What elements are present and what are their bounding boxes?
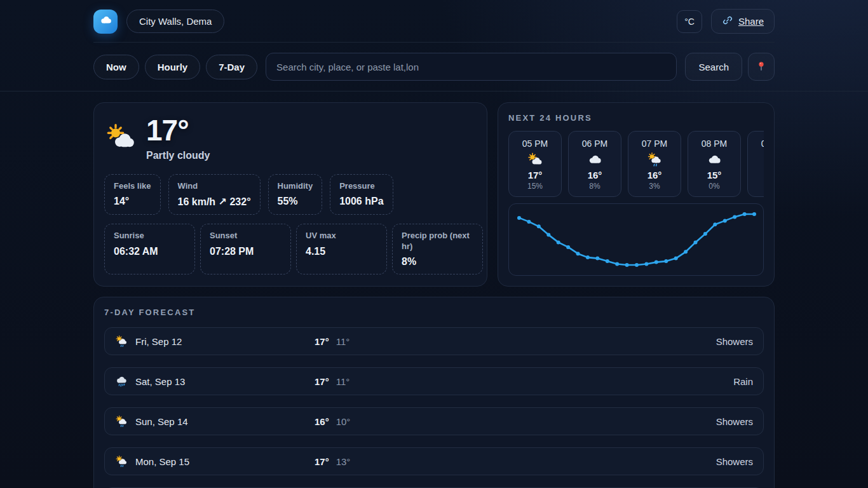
locate-pin-button[interactable] <box>748 53 775 81</box>
forecast-day-label: Sat, Sep 13 <box>135 376 315 387</box>
next-24-hours-title: NEXT 24 HOURS <box>508 113 764 123</box>
forecast-temps: 17° 11° <box>315 376 349 387</box>
stat-label: Sunset <box>210 231 281 241</box>
forecast-row[interactable]: Mon, Sep 15 17° 13° Showers <box>104 447 764 475</box>
stat-label: Sunrise <box>114 231 186 241</box>
top-grid: 17° Partly cloudy Feels like 14° Wind 16… <box>93 102 775 287</box>
hour-weather-icon <box>647 152 662 167</box>
day-weather-icon <box>115 455 128 468</box>
forecast-min-temp: 11° <box>336 336 350 347</box>
hour-card[interactable]: 07 PM 16° 3% <box>628 131 681 197</box>
forecast-day-label: Mon, Sep 15 <box>135 456 315 467</box>
forecast-row[interactable]: Fri, Sep 12 17° 11° Showers <box>104 327 764 355</box>
forecast-max-temp: 17° <box>315 336 329 347</box>
hour-temp: 16° <box>631 170 678 180</box>
main-content: 17° Partly cloudy Feels like 14° Wind 16… <box>0 102 868 488</box>
stat-value: 8% <box>402 256 473 268</box>
hour-temp: 15° <box>691 170 738 180</box>
day-weather-icon <box>115 335 128 348</box>
nav-tab[interactable]: Now <box>93 55 139 79</box>
forecast-min-temp: 10° <box>336 416 351 427</box>
forecast-day-label: Sun, Sep 14 <box>135 416 315 427</box>
hour-card[interactable]: 09 PM 15° 0% <box>747 131 764 197</box>
forecast-temps: 16° 10° <box>315 416 350 427</box>
forecast-row[interactable]: Sat, Sep 13 17° 11° Rain <box>104 367 764 395</box>
stat-value: 55% <box>278 196 313 207</box>
nav-tab[interactable]: Hourly <box>145 55 201 79</box>
forecast-condition: Showers <box>716 336 753 347</box>
stats-row-2: Sunrise 06:32 AM Sunset 07:28 PM UV max … <box>104 224 477 274</box>
stat-box: Humidity 55% <box>268 174 323 215</box>
stat-box: Wind 16 km/h ↗ 232° <box>168 174 261 215</box>
stat-value: 16 km/h ↗ 232° <box>178 196 251 208</box>
hour-temp: 17° <box>512 170 559 180</box>
forecast-max-temp: 17° <box>315 456 329 467</box>
forecast-condition: Showers <box>716 456 753 467</box>
forecast-max-temp: 16° <box>315 416 329 427</box>
hour-precip: 8% <box>571 182 618 191</box>
hour-temp: 16° <box>571 170 618 180</box>
stat-label: Precip prob (next hr) <box>402 231 473 252</box>
temp-sparkline <box>514 209 759 270</box>
cloud-icon <box>99 13 112 29</box>
search-button[interactable]: Search <box>685 53 742 81</box>
stat-box: Sunrise 06:32 AM <box>104 224 195 274</box>
seven-day-forecast-title: 7-DAY FORECAST <box>104 308 764 317</box>
forecast-day-label: Fri, Sep 12 <box>135 336 315 347</box>
hour-precip: 3% <box>631 182 678 191</box>
current-weather-card: 17° Partly cloudy Feels like 14° Wind 16… <box>93 102 487 287</box>
stat-value: 07:28 PM <box>210 246 281 257</box>
forecast-temps: 17° 13° <box>315 456 350 467</box>
header-top-row: City Walls, Dema °C Share <box>93 0 775 43</box>
stat-box: Feels like 14° <box>104 174 161 215</box>
stat-box: Sunset 07:28 PM <box>200 224 291 274</box>
current-location-chip[interactable]: City Walls, Dema <box>126 10 224 33</box>
current-condition: Partly cloudy <box>146 150 210 161</box>
share-button-label: Share <box>738 16 764 27</box>
stat-label: Humidity <box>278 181 313 191</box>
nav-tab[interactable]: 7-Day <box>206 55 257 79</box>
hour-time: 06 PM <box>571 139 618 149</box>
hour-time: 08 PM <box>691 139 738 149</box>
forecast-row[interactable]: Sun, Sep 14 16° 10° Showers <box>104 407 764 435</box>
forecast-condition: Showers <box>716 416 753 427</box>
forecast-min-temp: 11° <box>336 376 350 387</box>
hourly-scroll-strip[interactable]: 05 PM 17° 15% 06 PM 16° 8% <box>508 131 764 197</box>
hour-card[interactable]: 06 PM 16° 8% <box>568 131 621 197</box>
stat-label: UV max <box>306 231 377 241</box>
stat-value: 14° <box>114 196 151 207</box>
stat-box: Pressure 1006 hPa <box>330 174 393 215</box>
hour-weather-icon <box>527 152 543 167</box>
app-logo <box>93 10 118 34</box>
app-header: City Walls, Dema °C Share Now Hourly 7-D… <box>0 0 868 92</box>
pushpin-icon <box>756 60 767 74</box>
temperature-trend-chart <box>508 203 764 276</box>
stat-box: Precip prob (next hr) 8% <box>392 224 483 274</box>
seven-day-forecast-card: 7-DAY FORECAST Fri, Sep 12 17° 11° Showe… <box>93 297 775 488</box>
hour-weather-icon <box>707 152 722 167</box>
forecast-rows: Fri, Sep 12 17° 11° Showers Sat, Sep 13 … <box>104 327 764 488</box>
day-weather-icon <box>115 375 128 388</box>
forecast-temps: 17° 11° <box>315 336 349 347</box>
current-temperature: 17° <box>146 116 210 145</box>
stat-value: 06:32 AM <box>114 246 186 257</box>
stat-label: Wind <box>178 181 251 191</box>
stat-label: Feels like <box>114 181 151 191</box>
hour-precip: 0% <box>691 182 738 191</box>
hour-time: 09 PM <box>750 139 764 149</box>
stat-label: Pressure <box>339 181 383 191</box>
link-icon <box>722 15 733 28</box>
stat-value: 1006 hPa <box>339 196 383 207</box>
hour-weather-icon <box>587 152 602 167</box>
header-nav-row: Now Hourly 7-Day Search <box>93 43 775 91</box>
partly-cloudy-icon <box>105 122 136 155</box>
share-button[interactable]: Share <box>711 9 775 34</box>
hour-card[interactable]: 05 PM 17° 15% <box>508 131 562 197</box>
unit-toggle-button[interactable]: °C <box>677 10 702 33</box>
search-input[interactable] <box>266 53 677 81</box>
hour-precip: 15% <box>512 182 559 191</box>
hour-time: 05 PM <box>512 139 559 149</box>
current-summary: 17° Partly cloudy <box>104 113 477 161</box>
hour-card[interactable]: 08 PM 15° 0% <box>688 131 741 197</box>
forecast-condition: Rain <box>733 376 753 387</box>
